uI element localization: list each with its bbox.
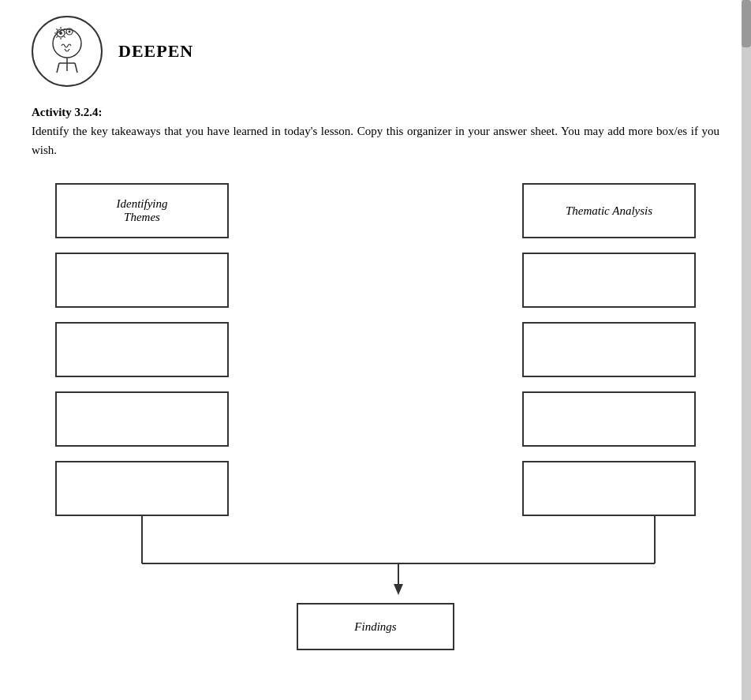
connector-area: [55, 516, 696, 603]
svg-line-15: [57, 63, 59, 73]
left-box-1: [55, 253, 229, 308]
findings-box: Findings: [297, 603, 454, 650]
findings-row: Findings: [32, 603, 719, 650]
right-box-2: [522, 322, 696, 377]
right-box-3: [522, 391, 696, 447]
organizer: Identifying Themes Thematic Analysis: [32, 183, 719, 657]
svg-marker-21: [394, 584, 403, 595]
left-box-2: [55, 322, 229, 377]
logo-svg: [39, 24, 95, 79]
svg-point-12: [69, 31, 71, 33]
right-column: Thematic Analysis: [522, 183, 696, 516]
activity-label: Activity 3.2.4:: [32, 106, 103, 118]
right-header-box: Thematic Analysis: [522, 183, 696, 238]
connector-svg: [55, 516, 696, 603]
app-logo: [32, 16, 103, 87]
left-box-3: [55, 391, 229, 447]
right-box-1: [522, 253, 696, 308]
left-header-box: Identifying Themes: [55, 183, 229, 238]
left-column: Identifying Themes: [55, 183, 229, 516]
activity-description: Activity 3.2.4: Identify the key takeawa…: [32, 103, 719, 159]
page-header: DEEPEN: [32, 16, 719, 87]
svg-line-7: [56, 28, 57, 29]
activity-text: Identify the key takeaways that you have…: [32, 125, 719, 156]
app-title: DEEPEN: [118, 41, 193, 62]
scrollbar[interactable]: [742, 0, 751, 700]
svg-line-16: [75, 63, 77, 73]
left-box-4: [55, 461, 229, 516]
scrollbar-thumb[interactable]: [742, 0, 751, 47]
right-box-4: [522, 461, 696, 516]
svg-line-8: [64, 36, 65, 37]
svg-line-10: [56, 36, 57, 37]
svg-point-2: [59, 32, 62, 35]
